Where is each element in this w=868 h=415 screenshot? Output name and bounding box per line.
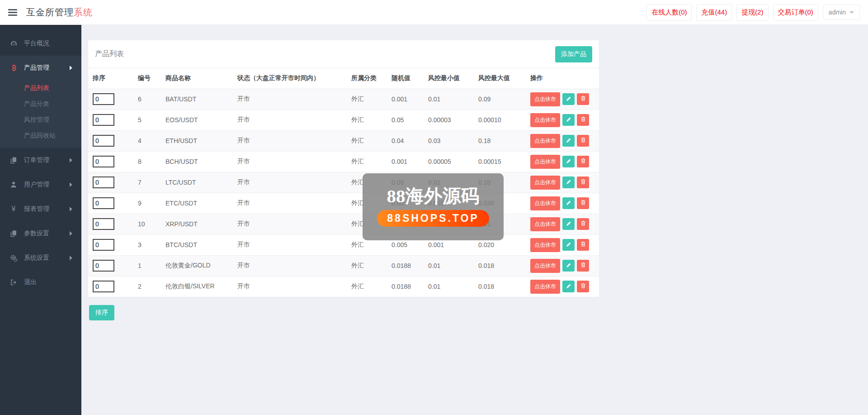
- edit-button[interactable]: [562, 114, 575, 126]
- delete-button[interactable]: [577, 281, 589, 292]
- product-category: 外汇: [347, 110, 387, 130]
- edit-button[interactable]: [562, 135, 575, 147]
- user-menu-label: admin: [829, 9, 846, 16]
- close-market-button[interactable]: 点击休市: [530, 280, 560, 294]
- market-status: 开市: [233, 89, 347, 110]
- user-menu[interactable]: admin: [823, 5, 860, 20]
- sort-order-input[interactable]: [93, 239, 114, 251]
- sidebar-subitem-product-category[interactable]: 产品分类: [0, 96, 81, 112]
- add-product-button[interactable]: 添加产品: [555, 46, 592, 62]
- row-actions: 点击休市: [530, 134, 599, 148]
- sort-button[interactable]: 排序: [89, 305, 114, 320]
- sidebar-item-system-settings[interactable]: 系统设置: [0, 246, 81, 270]
- sidebar-item-order-management[interactable]: 订单管理: [0, 148, 81, 172]
- risk-max-value: 0.018: [474, 276, 526, 297]
- sidebar: 平台概况产品管理产品列表产品分类风控管理产品回收站订单管理用户管理¥报表管理参数…: [0, 25, 81, 415]
- sidebar-block-logout: 退出: [0, 270, 81, 295]
- sidebar-item-parameter-settings[interactable]: 参数设置: [0, 221, 81, 246]
- close-market-button[interactable]: 点击休市: [530, 196, 560, 210]
- sidebar-subitem-product-list[interactable]: 产品列表: [0, 80, 81, 96]
- edit-button[interactable]: [562, 156, 575, 167]
- sort-order-input[interactable]: [93, 260, 114, 272]
- sort-order-input[interactable]: [93, 135, 114, 147]
- delete-button[interactable]: [577, 239, 589, 251]
- row-actions: 点击休市: [530, 280, 599, 294]
- sidebar-subitem-risk-management[interactable]: 风控管理: [0, 112, 81, 128]
- sort-order-input[interactable]: [93, 197, 114, 209]
- close-market-button[interactable]: 点击休市: [530, 217, 560, 231]
- close-market-button[interactable]: 点击休市: [530, 176, 560, 190]
- risk-max-value: 0.018: [474, 255, 526, 276]
- watermark-text: 88海外源码: [387, 187, 480, 205]
- edit-button[interactable]: [562, 93, 575, 105]
- topbar-stat-recharge[interactable]: 充值(44): [696, 4, 732, 21]
- sidebar-item-product-management[interactable]: 产品管理: [0, 56, 81, 80]
- trash-icon: [580, 241, 586, 248]
- sidebar-item-label: 平台概况: [24, 39, 49, 48]
- close-market-button[interactable]: 点击休市: [530, 92, 560, 106]
- column-header: 随机值: [387, 68, 424, 89]
- topbar-stat-withdraw[interactable]: 提现(2): [736, 4, 768, 21]
- risk-min-value: 0.01: [424, 89, 474, 110]
- column-header: 操作: [526, 68, 599, 89]
- sort-order-input[interactable]: [93, 176, 114, 188]
- delete-button[interactable]: [577, 135, 589, 147]
- edit-button[interactable]: [562, 239, 575, 251]
- product-table-body: 6BAT/USDT开市外汇0.0010.010.09点击休市5EOS/USDT开…: [88, 89, 599, 297]
- table-row: 7LTC/USDT开市外汇0.080.010.10点击休市: [88, 172, 599, 193]
- topbar-stat-trade-orders[interactable]: 交易订单(0): [773, 4, 818, 21]
- product-name: EOS/USDT: [161, 110, 233, 130]
- product-id: 3: [133, 234, 161, 255]
- edit-button[interactable]: [562, 197, 575, 209]
- random-value: 0.001: [387, 151, 424, 172]
- delete-button[interactable]: [577, 176, 589, 188]
- sidebar-item-logout[interactable]: 退出: [0, 270, 81, 295]
- column-header: 状态（大盘正常开市时间内）: [233, 68, 347, 89]
- sort-order-input[interactable]: [93, 93, 114, 105]
- sort-order-input[interactable]: [93, 156, 114, 167]
- sort-order-input[interactable]: [93, 281, 114, 292]
- close-market-button[interactable]: 点击休市: [530, 259, 560, 273]
- sidebar-item-user-management[interactable]: 用户管理: [0, 172, 81, 197]
- product-id: 7: [133, 172, 161, 193]
- trash-icon: [580, 200, 586, 207]
- trash-icon: [580, 137, 586, 144]
- delete-button[interactable]: [577, 93, 589, 105]
- pencil-icon: [566, 179, 571, 186]
- topbar-right-group: 在线人数(0)充值(44)提现(2)交易订单(0) admin: [646, 4, 860, 21]
- product-name: BTC/USDT: [161, 234, 233, 255]
- sort-order-input[interactable]: [93, 218, 114, 230]
- dashboard-icon: [9, 40, 18, 48]
- edit-button[interactable]: [562, 281, 575, 292]
- delete-button[interactable]: [577, 156, 589, 167]
- sort-order-input[interactable]: [93, 114, 114, 126]
- delete-button[interactable]: [577, 260, 589, 272]
- sidebar-item-report-management[interactable]: ¥报表管理: [0, 197, 81, 221]
- edit-button[interactable]: [562, 260, 575, 272]
- table-row: 4ETH/USDT开市外汇0.040.030.18点击休市: [88, 130, 599, 151]
- topbar-stat-online-users[interactable]: 在线人数(0): [646, 4, 692, 21]
- delete-button[interactable]: [577, 218, 589, 230]
- sidebar-block-system-settings: 系统设置: [0, 246, 81, 270]
- delete-button[interactable]: [577, 197, 589, 209]
- close-market-button[interactable]: 点击休市: [530, 134, 560, 148]
- hamburger-menu-icon[interactable]: [8, 9, 17, 16]
- close-market-button[interactable]: 点击休市: [530, 113, 560, 127]
- close-market-button[interactable]: 点击休市: [530, 238, 560, 252]
- edit-button[interactable]: [562, 218, 575, 230]
- product-name: ETH/USDT: [161, 130, 233, 151]
- product-category: 外汇: [347, 130, 387, 151]
- trash-icon: [580, 283, 586, 290]
- sidebar-subitem-product-recycle-bin[interactable]: 产品回收站: [0, 128, 81, 143]
- market-status: 开市: [233, 110, 347, 130]
- delete-button[interactable]: [577, 114, 589, 126]
- pencil-icon: [566, 283, 571, 290]
- close-market-button[interactable]: 点击休市: [530, 155, 560, 169]
- sidebar-item-platform-overview[interactable]: 平台概况: [0, 31, 81, 56]
- trash-icon: [580, 95, 586, 103]
- product-table: 排序编号商品名称状态（大盘正常开市时间内）所属分类随机值风控最小值风控最大值操作…: [88, 68, 599, 297]
- product-name: BAT/USDT: [161, 89, 233, 110]
- random-value: 0.0188: [387, 276, 424, 297]
- edit-button[interactable]: [562, 176, 575, 188]
- chevron-down-icon: [849, 11, 854, 14]
